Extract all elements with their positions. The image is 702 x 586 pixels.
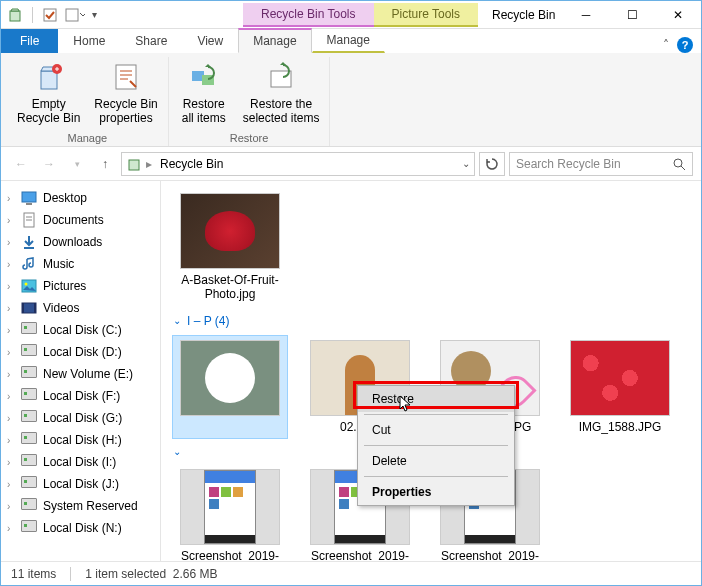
nav-forward-button[interactable]: → <box>37 152 61 176</box>
minimize-button[interactable]: ─ <box>563 1 609 29</box>
qat-overflow-icon[interactable]: ▾ <box>92 9 97 20</box>
ribbon-tabs: File Home Share View Manage Manage ˄ ? <box>1 29 701 53</box>
ribbon-collapse-icon[interactable]: ˄ <box>663 38 669 52</box>
status-item-count: 11 items <box>11 567 56 581</box>
contextual-tab-recycle[interactable]: Recycle Bin Tools <box>243 3 374 27</box>
svg-rect-23 <box>22 303 36 313</box>
address-bar: ← → ▾ ↑ ▸ Recycle Bin ⌄ Search Recycle B… <box>1 147 701 181</box>
tree-item[interactable]: ›Local Disk (G:) <box>1 407 160 429</box>
tree-item[interactable]: ›Local Disk (J:) <box>1 473 160 495</box>
recycle-bin-icon <box>7 7 23 23</box>
tree-item[interactable]: ›Local Disk (N:) <box>1 517 160 539</box>
search-input[interactable]: Search Recycle Bin <box>509 152 693 176</box>
nav-recent-button[interactable]: ▾ <box>65 152 89 176</box>
ribbon: Empty Recycle Bin Recycle Bin properties… <box>1 53 701 147</box>
tab-file[interactable]: File <box>1 29 58 53</box>
context-menu: Restore Cut Delete Properties <box>357 385 515 506</box>
maximize-button[interactable]: ☐ <box>609 1 655 29</box>
thumbnail <box>570 340 670 416</box>
pic-icon <box>21 278 37 294</box>
svg-rect-15 <box>22 192 36 202</box>
drive-icon <box>21 454 37 470</box>
help-icon[interactable]: ? <box>677 37 693 53</box>
empty-recycle-bin-label: Empty Recycle Bin <box>17 97 80 126</box>
tree-item-label: Local Disk (G:) <box>43 411 122 425</box>
svg-point-13 <box>674 159 682 167</box>
tree-item[interactable]: ›Local Disk (D:) <box>1 341 160 363</box>
search-icon <box>672 157 686 171</box>
tab-view[interactable]: View <box>182 29 238 53</box>
address-dropdown-icon[interactable]: ⌄ <box>462 158 470 169</box>
file-item[interactable]: A-Basket-Of-Fruit-Photo.jpg <box>173 189 287 306</box>
down-icon <box>21 234 37 250</box>
context-properties[interactable]: Properties <box>358 479 514 505</box>
restore-all-button[interactable]: Restore all items <box>175 57 233 130</box>
tab-home[interactable]: Home <box>58 29 120 53</box>
thumbnail <box>180 193 280 269</box>
tree-item[interactable]: ›New Volume (E:) <box>1 363 160 385</box>
recycle-bin-properties-button[interactable]: Recycle Bin properties <box>90 57 161 130</box>
thumbnail <box>180 469 280 545</box>
breadcrumb[interactable]: Recycle Bin <box>156 155 227 173</box>
tree-item-label: Pictures <box>43 279 86 293</box>
tree-item[interactable]: ›Local Disk (H:) <box>1 429 160 451</box>
svg-line-14 <box>681 166 685 170</box>
tree-item[interactable]: ›Local Disk (C:) <box>1 319 160 341</box>
context-restore[interactable]: Restore <box>358 386 514 412</box>
address-box[interactable]: ▸ Recycle Bin ⌄ <box>121 152 475 176</box>
ribbon-group-restore: Restore <box>230 130 269 146</box>
tree-item[interactable]: ›Downloads <box>1 231 160 253</box>
tree-item-label: Music <box>43 257 74 271</box>
empty-recycle-bin-button[interactable]: Empty Recycle Bin <box>13 57 84 130</box>
file-list[interactable]: A-Basket-Of-Fruit-Photo.jpg⌄ I – P (4)02… <box>161 181 701 561</box>
file-name: Screenshot_2019-06-13-22-56-15.png <box>437 549 543 561</box>
svg-rect-2 <box>66 9 78 21</box>
close-button[interactable]: ✕ <box>655 1 701 29</box>
tree-item-label: Documents <box>43 213 104 227</box>
tree-item-label: Local Disk (J:) <box>43 477 119 491</box>
context-cut[interactable]: Cut <box>358 417 514 443</box>
context-delete[interactable]: Delete <box>358 448 514 474</box>
tree-item[interactable]: ›Local Disk (I:) <box>1 451 160 473</box>
tab-share[interactable]: Share <box>120 29 182 53</box>
nav-back-button[interactable]: ← <box>9 152 33 176</box>
navigation-tree[interactable]: ›Desktop›Documents›Downloads›Music›Pictu… <box>1 181 161 561</box>
restore-all-label: Restore all items <box>182 97 226 126</box>
tree-item-label: New Volume (E:) <box>43 367 133 381</box>
tree-item[interactable]: ›Pictures <box>1 275 160 297</box>
svg-point-22 <box>25 283 28 286</box>
refresh-button[interactable] <box>479 152 505 176</box>
drive-icon <box>21 498 37 514</box>
tree-item[interactable]: ›Local Disk (F:) <box>1 385 160 407</box>
nav-up-button[interactable]: ↑ <box>93 152 117 176</box>
tree-item-label: System Reserved <box>43 499 138 513</box>
title-bar: ▾ Recycle Bin Tools Picture Tools Recycl… <box>1 1 701 29</box>
tree-item[interactable]: ›Desktop <box>1 187 160 209</box>
qat-checkbox-icon[interactable] <box>42 7 58 23</box>
file-item[interactable]: Screenshot_2019-06-13-22-44-51.png <box>173 465 287 561</box>
tree-item[interactable]: ›Videos <box>1 297 160 319</box>
drive-icon <box>21 520 37 536</box>
restore-selected-button[interactable]: Restore the selected items <box>239 57 324 130</box>
tab-manage-recycle[interactable]: Manage <box>238 28 311 53</box>
tree-item[interactable]: ›System Reserved <box>1 495 160 517</box>
file-name: Screenshot_2019-06-13-22-44-51.png <box>177 549 283 561</box>
file-item[interactable] <box>173 336 287 438</box>
tree-item-label: Local Disk (I:) <box>43 455 116 469</box>
tree-item[interactable]: ›Music <box>1 253 160 275</box>
thumbnail <box>180 340 280 416</box>
drive-icon <box>21 476 37 492</box>
file-name: IMG_1588.JPG <box>579 420 662 434</box>
music-icon <box>21 256 37 272</box>
tree-item-label: Local Disk (H:) <box>43 433 122 447</box>
group-header[interactable]: ⌄ I – P (4) <box>173 314 689 328</box>
svg-rect-24 <box>22 303 24 313</box>
chevron-down-icon: ⌄ <box>173 315 181 326</box>
group-header-label: I – P (4) <box>187 314 229 328</box>
tab-manage-picture[interactable]: Manage <box>312 28 385 53</box>
contextual-tab-picture[interactable]: Picture Tools <box>374 3 478 27</box>
qat-dropdown-icon[interactable] <box>64 7 86 23</box>
tree-item[interactable]: ›Documents <box>1 209 160 231</box>
file-item[interactable]: IMG_1588.JPG <box>563 336 677 438</box>
drive-icon <box>21 366 37 382</box>
